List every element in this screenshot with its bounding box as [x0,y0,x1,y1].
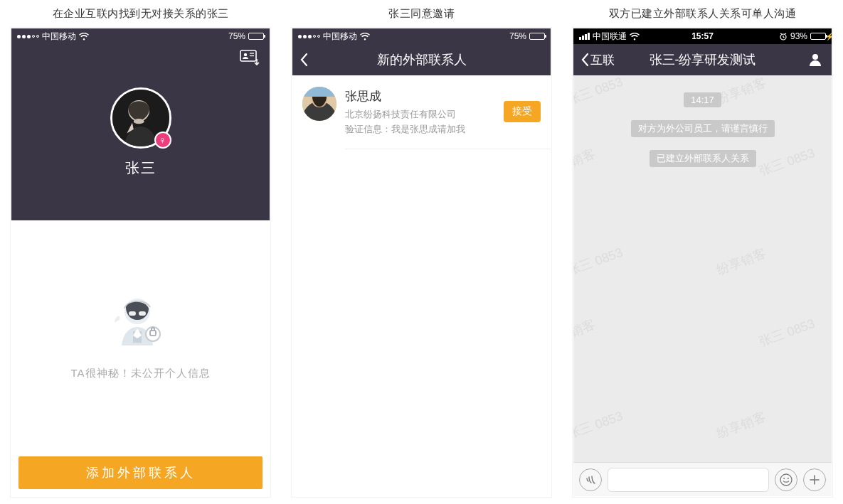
carrier-label: 中国移动 [42,31,76,43]
battery-icon [529,33,545,40]
battery-icon: ⚡ [810,33,826,40]
svg-point-18 [812,54,818,60]
back-button[interactable]: 互联 [580,52,615,68]
chat-body[interactable]: 张三 0853 纷享销客 纷享销客 张三 0853 张三 0853 纷享销客 纷… [573,75,832,462]
svg-rect-9 [129,311,136,316]
request-avatar [302,87,336,121]
business-card-icon[interactable] [240,50,260,65]
system-message-established: 已建立外部联系人关系 [650,150,756,167]
svg-point-12 [146,327,160,341]
wifi-icon [79,33,89,41]
chat-timestamp: 14:17 [684,92,721,107]
alarm-icon [779,32,788,41]
emoji-button[interactable] [775,468,797,491]
svg-rect-16 [302,87,336,97]
accept-button[interactable]: 接受 [504,101,541,122]
sound-wave-icon [585,474,596,486]
profile-secret-text: TA很神秘！未公开个人信息 [70,367,210,380]
placeholder-illustration [109,290,173,354]
battery-percent: 75% [228,31,245,41]
chevron-left-icon [580,53,589,67]
request-verify-message: 验证信息：我是张思成请加我 [345,122,495,137]
screen-new-contact: 中国移动 75% 新的外部联系人 张思成 [292,28,551,497]
svg-point-7 [133,118,144,123]
chevron-left-icon [299,53,308,67]
battery-percent: 93% [790,31,807,41]
nav-title: 新的外部联系人 [377,51,467,68]
screen-profile: 中国移动 75% ♀ 张三 [11,28,270,497]
battery-icon [248,33,264,40]
caption-2: 张三同意邀请 [388,7,455,21]
screen-chat: 中国联通 15:57 93% ⚡ 互联 张三-纷享研发测试 [573,28,832,497]
status-time: 15:57 [691,31,714,41]
svg-point-19 [780,474,792,486]
battery-percent: 75% [509,31,526,41]
system-message-warning: 对方为外公司员工，请谨言慎行 [631,120,775,137]
back-label: 互联 [590,52,615,68]
profile-name: 张三 [125,159,157,178]
signal-dots-icon [17,35,39,38]
person-icon [807,52,823,68]
status-bar: 中国移动 75% [11,28,270,44]
gender-female-icon: ♀ [154,132,171,149]
svg-point-20 [783,478,785,479]
svg-point-21 [788,478,789,479]
signal-bars-icon [579,33,590,40]
nav-bar: 新的外部联系人 [292,44,551,75]
chat-input-bar [573,462,832,496]
svg-point-1 [244,53,247,56]
divider [345,149,551,149]
smile-icon [780,473,792,486]
back-button[interactable] [299,53,308,67]
voice-input-button[interactable] [579,468,602,491]
svg-rect-10 [139,311,146,316]
carrier-label: 中国联通 [593,31,627,43]
wifi-icon [630,33,640,41]
nav-bar: 互联 张三-纷享研发测试 [573,44,832,75]
signal-dots-icon [298,35,320,38]
request-name: 张思成 [345,87,495,106]
request-company: 北京纷扬科技责任有限公司 [345,107,495,122]
contact-info-button[interactable] [807,52,823,68]
contact-request-row[interactable]: 张思成 北京纷扬科技责任有限公司 验证信息：我是张思成请加我 接受 [292,75,551,149]
caption-1: 在企业互联内找到无对接关系的张三 [53,7,229,21]
plus-icon [809,474,820,486]
add-external-contact-button[interactable]: 添加外部联系人 [18,456,263,489]
profile-header: ♀ 张三 [11,44,270,220]
status-bar: 中国移动 75% [292,28,551,44]
more-actions-button[interactable] [803,468,826,491]
nav-title: 张三-纷享研发测试 [650,51,756,68]
caption-3: 双方已建立外部联系人关系可单人沟通 [609,7,797,21]
status-bar: 中国联通 15:57 93% ⚡ [573,28,832,44]
wifi-icon [360,33,370,41]
message-input[interactable] [608,468,769,492]
carrier-label: 中国移动 [323,31,357,43]
